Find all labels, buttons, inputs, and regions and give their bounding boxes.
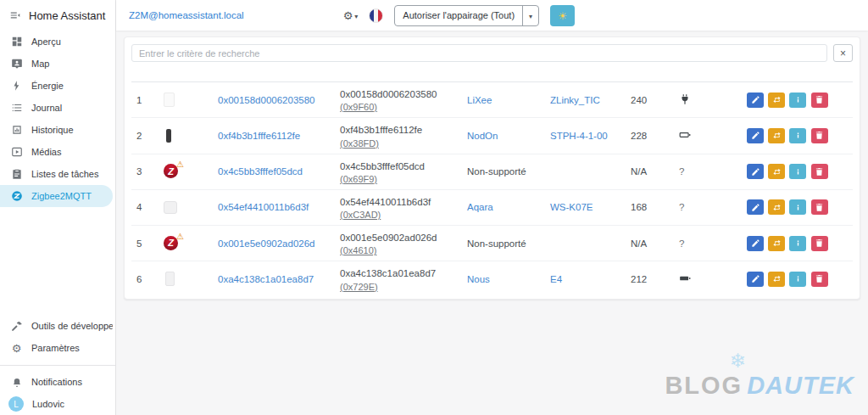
remove-button[interactable] xyxy=(811,93,828,108)
device-name-link[interactable]: 0x4c5bb3fffef05dcd xyxy=(218,166,303,177)
trash-icon xyxy=(815,238,824,248)
model-link[interactable]: WS-K07E xyxy=(550,202,593,212)
rename-button[interactable] xyxy=(747,236,764,251)
network-address-link[interactable]: (0xC3AD) xyxy=(340,210,381,220)
device-name-link[interactable]: 0x001e5e0902ad026d xyxy=(218,238,314,249)
device-row-5: 5 Z⚠ 0x001e5e0902ad026d 0x001e5e0902ad02… xyxy=(131,226,853,261)
sidebar-item-apercu[interactable]: Aperçu xyxy=(0,31,113,53)
sidebar-item-zigbee2mqtt[interactable]: Zigbee2MQTT xyxy=(0,185,113,207)
remove-button[interactable] xyxy=(811,199,828,215)
trash-icon xyxy=(815,95,824,104)
remove-button[interactable] xyxy=(811,236,828,251)
nav-settings-menu[interactable]: ⚙ ▾ xyxy=(343,10,359,21)
table-header-row xyxy=(131,68,853,82)
network-address-link[interactable]: (0x9F60) xyxy=(340,102,377,112)
info-button[interactable] xyxy=(789,93,806,108)
avatar: L xyxy=(8,396,24,412)
remove-button[interactable] xyxy=(811,128,828,143)
trash-icon xyxy=(815,274,824,283)
rename-button[interactable] xyxy=(747,199,764,215)
reconfigure-button[interactable] xyxy=(768,236,785,251)
lqi-value: 212 xyxy=(626,261,674,297)
remove-button[interactable] xyxy=(811,272,828,287)
info-icon xyxy=(793,203,803,212)
source-unknown-icon: ? xyxy=(679,202,684,212)
z2m-brand-link[interactable]: Z2M@homeassistant.local xyxy=(129,10,244,20)
info-icon xyxy=(793,238,803,248)
info-button[interactable] xyxy=(789,236,806,251)
sidebar-toggle-icon[interactable] xyxy=(8,9,21,22)
devices-table: 1 0x00158d0006203580 0x00158d0006203580 … xyxy=(131,68,853,297)
ieee-address: 0x4c5bb3fffef05dcd xyxy=(340,160,457,174)
device-name-link[interactable]: 0xa4c138c1a01ea8d7 xyxy=(218,274,314,284)
device-photo-nodon xyxy=(164,129,208,143)
column-header-fabricant xyxy=(462,68,545,82)
info-icon xyxy=(793,274,803,283)
reconfigure-button[interactable] xyxy=(768,199,785,215)
clear-search-button[interactable]: × xyxy=(833,44,853,62)
row-actions xyxy=(742,118,853,154)
vendor-link[interactable]: LiXee xyxy=(467,95,492,105)
row-number: 4 xyxy=(131,189,159,225)
sidebar-item-medias[interactable]: Médias xyxy=(0,141,113,163)
info-button[interactable] xyxy=(789,272,806,287)
snowflake-icon: ❄ xyxy=(730,350,746,373)
user-name: Ludovic xyxy=(32,399,64,409)
rename-button[interactable] xyxy=(747,272,764,287)
device-name-link[interactable]: 0x00158d0006203580 xyxy=(218,95,314,105)
gear-icon: ⚙ xyxy=(343,10,353,21)
caret-down-icon: ▾ xyxy=(529,10,532,20)
network-address-link[interactable]: (0x4610) xyxy=(340,245,376,255)
sidebar-item-historique[interactable]: Historique xyxy=(0,119,113,141)
ieee-address-cell: 0xa4c138c1a01ea8d7 (0x729E) xyxy=(335,261,462,297)
device-name-link[interactable]: 0x54ef4410011b6d3f xyxy=(218,202,309,212)
sidebar-item-journal[interactable]: Journal xyxy=(0,97,113,119)
vendor-link[interactable]: Nous xyxy=(467,274,490,284)
reconfigure-button[interactable] xyxy=(768,93,785,108)
network-address-link[interactable]: (0x729E) xyxy=(340,282,378,292)
caret-down-icon: ▾ xyxy=(354,10,358,20)
reconfigure-button[interactable] xyxy=(768,272,785,287)
info-button[interactable] xyxy=(789,128,806,143)
ieee-address-cell: 0x001e5e0902ad026d (0x4610) xyxy=(335,226,462,261)
sidebar-item-parametres[interactable]: ⚙ Paramètres xyxy=(0,337,113,359)
network-address-link[interactable]: (0x38FD) xyxy=(340,138,379,149)
dashboard-icon xyxy=(10,36,23,48)
theme-toggle-button[interactable]: ☀ xyxy=(550,5,575,26)
info-button[interactable] xyxy=(789,164,806,179)
remove-button[interactable] xyxy=(811,164,828,179)
network-address-link[interactable]: (0x69F9) xyxy=(340,174,377,184)
rename-button[interactable] xyxy=(747,164,764,179)
sidebar-item-energie[interactable]: Énergie xyxy=(0,75,113,97)
language-flag-fr[interactable] xyxy=(369,8,383,23)
energy-icon xyxy=(10,80,23,93)
model-link[interactable]: ZLinky_TIC xyxy=(550,95,600,105)
row-actions xyxy=(742,226,853,261)
search-input[interactable] xyxy=(131,44,827,62)
vendor-link[interactable]: Aqara xyxy=(467,202,493,212)
vendor-link[interactable]: NodOn xyxy=(467,131,498,141)
sidebar-item-listes-de-taches[interactable]: Listes de tâches xyxy=(0,163,113,185)
sidebar-dev-nav: Outils de développement ⚙ Paramètres xyxy=(0,315,115,359)
sun-icon: ☀ xyxy=(558,9,567,22)
model-link[interactable]: STPH-4-1-00 xyxy=(550,131,608,141)
model-link[interactable]: E4 xyxy=(550,274,562,284)
repeat-arrows-icon xyxy=(772,95,782,104)
rename-button[interactable] xyxy=(747,128,764,143)
rename-button[interactable] xyxy=(747,93,764,108)
map-icon xyxy=(10,58,23,70)
reconfigure-button[interactable] xyxy=(768,164,785,179)
info-button[interactable] xyxy=(789,199,806,215)
info-icon xyxy=(793,131,803,140)
permit-join-button[interactable]: Autoriser l'appairage (Tout) ▾ xyxy=(394,5,539,26)
user-menu[interactable]: L Ludovic xyxy=(0,393,113,415)
sidebar-item-notifications[interactable]: Notifications xyxy=(0,371,113,393)
sidebar-item-outils-de-developpement[interactable]: Outils de développement xyxy=(0,315,113,337)
permit-join-caret[interactable]: ▾ xyxy=(522,6,538,25)
device-photo-aqara xyxy=(164,201,208,214)
device-name-link[interactable]: 0xf4b3b1fffe6112fe xyxy=(218,131,300,141)
hammer-icon xyxy=(10,320,23,333)
reconfigure-button[interactable] xyxy=(768,128,785,143)
ieee-address: 0x00158d0006203580 xyxy=(340,87,457,102)
sidebar-item-map[interactable]: Map xyxy=(0,53,113,75)
